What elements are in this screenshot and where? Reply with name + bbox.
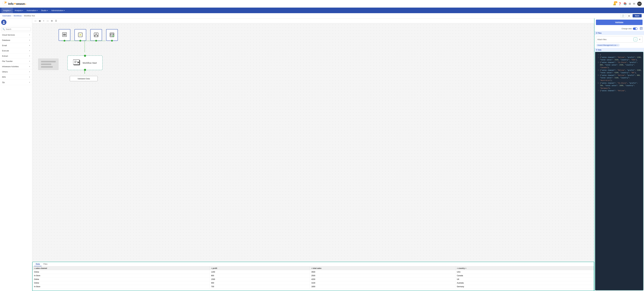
toolbar-dash-btn[interactable]: — — [46, 19, 50, 22]
svg-point-22 — [112, 35, 114, 37]
change-view-row: Change view — [594, 26, 644, 31]
sidebar-item-infoweave-activities[interactable]: Infoweave Activities ▾ — [0, 64, 32, 69]
sidebar-item-rpa[interactable]: RPA ▾ — [0, 74, 32, 80]
data-section-header[interactable]: ℹ Data — [594, 48, 644, 52]
restore-icon-btn[interactable]: ⏮ — [627, 14, 632, 17]
logo: i Info✦weave® — [2, 0, 26, 7]
data-table: ≡ sales channel ≡ profit ≡ total sales ≡… — [32, 267, 594, 289]
table-cell: Online — [32, 281, 210, 285]
validate-button[interactable]: Validate — [596, 20, 642, 25]
nav-administration[interactable]: Administration ▾ — [50, 7, 66, 13]
table-cell: Canada — [455, 274, 594, 278]
table-row: Online12003500USA — [32, 270, 594, 274]
nav-analysis[interactable]: Analysis ▾ — [13, 7, 25, 13]
search-input[interactable] — [6, 28, 30, 30]
history-icon-btn[interactable]: 🕐 — [620, 14, 626, 17]
breadcrumb-workflows[interactable]: Workflows — [14, 15, 22, 17]
avatar[interactable]: OA — [637, 1, 642, 6]
workflow-start-node[interactable]: Workflow Start — [68, 55, 102, 70]
bottom-tabs: Data Files — [32, 262, 594, 267]
node1-icon — [62, 32, 67, 38]
check-list-icon[interactable] — [640, 27, 642, 30]
toolbar-grid-btn[interactable]: ▦ — [38, 19, 42, 22]
workflow-start-label: Workflow Start — [82, 62, 97, 64]
nav-studio[interactable]: Studio ▾ — [39, 7, 50, 13]
logo-text: Info✦weave® — [8, 2, 26, 5]
col-header-sales-channel[interactable]: ≡ sales channel — [32, 267, 210, 270]
bottom-panel: Data Files ≡ sales channel ≡ profit ≡ to… — [32, 262, 594, 291]
table-cell: In-Store — [32, 285, 210, 289]
chevron-down-icon: ▾ — [29, 55, 30, 57]
toolbar-merge-btn[interactable]: ⊞ — [50, 19, 54, 22]
wf-start-dot-top — [84, 55, 86, 57]
table-cell: 3100 — [310, 281, 455, 285]
chevron-down-icon: ▾ — [29, 76, 30, 78]
file-remove-icon[interactable]: ✕ — [617, 44, 618, 46]
attach-files-label: Attach files — [597, 38, 607, 40]
table-row: In-Store7001800Germany — [32, 285, 594, 289]
upload-button[interactable]: ↑ — [634, 37, 637, 41]
tab-files[interactable]: Files — [42, 262, 49, 266]
svg-point-17 — [97, 35, 98, 36]
table-cell: 2500 — [310, 274, 455, 278]
toolbar-plus-btn[interactable]: + — [42, 19, 45, 22]
col-header-total-sales[interactable]: ≡ total sales — [310, 267, 455, 270]
json-line: 2 {"sales channel": "Online", "profit": … — [597, 56, 642, 61]
breadcrumb-current: Workflow Test — [24, 15, 35, 17]
notification-icon[interactable]: 🔔 544 — [613, 2, 616, 5]
sidebar-item-email[interactable]: Email ▾ — [0, 43, 32, 48]
canvas-toolbar: — ▦ + — ⊞ ☰ — [32, 18, 594, 23]
attach-close-button[interactable]: ✕ — [638, 38, 641, 41]
workflow-node-2[interactable] — [74, 29, 86, 41]
library-icon[interactable]: 📚 — [624, 2, 627, 5]
breadcrumb-automation[interactable]: Automation — [2, 15, 11, 17]
sidebar-item-file-transfer[interactable]: File Transfer ▾ — [0, 59, 32, 64]
search-box[interactable]: 🔍 — [1, 27, 31, 31]
sidebar-item-database[interactable]: Database ▾ — [0, 38, 32, 43]
file-tag: Assest Management.csv ✕ — [596, 44, 620, 47]
node2-icon — [78, 32, 83, 38]
file-name: Assest Management.csv — [598, 44, 616, 46]
col-header-country[interactable]: ≡ country ≡ — [455, 267, 594, 270]
workflow-node-4[interactable] — [106, 29, 118, 41]
analysis-arrow-icon: ▾ — [22, 10, 23, 11]
info-icon: ℹ — [596, 32, 597, 34]
nav-automation[interactable]: Automation ▾ — [25, 7, 39, 13]
json-editor[interactable]: 1[2 {"sales channel": "Online", "profit"… — [595, 52, 644, 291]
tab-data[interactable]: Data — [34, 262, 42, 266]
col-header-profit[interactable]: ≡ profit — [210, 267, 310, 270]
workflow-node-3[interactable] — [90, 29, 102, 41]
table-row: Online15004200UK — [32, 278, 594, 281]
help-icon[interactable]: ❓ — [618, 2, 622, 5]
files-section: Attach files ↑ ✕ Assest Management.csv ✕ — [594, 35, 644, 48]
mail-icon[interactable]: ✉ — [633, 2, 635, 5]
toolbar-list-btn[interactable]: ☰ — [54, 19, 58, 22]
json-line: 4 {"sales channel": "Online", "profit": … — [597, 69, 642, 74]
data-table-container: ≡ sales channel ≡ profit ≡ total sales ≡… — [32, 267, 594, 289]
sidebar-avatar — [1, 20, 6, 25]
main-layout: 🔍 Cloud Services ▾ Database ▾ Email ▾ Ex… — [0, 18, 644, 291]
breadcrumb-path: Automation › Workflows › Workflow Test — [2, 15, 35, 17]
change-view-toggle[interactable] — [633, 27, 638, 30]
workflow-node-1[interactable] — [59, 29, 70, 41]
nav-insights[interactable]: Insights ▾ — [2, 7, 13, 13]
sidebar-item-extract[interactable]: Extract ▾ — [0, 53, 32, 59]
save-button[interactable]: Save — [632, 14, 642, 17]
validated-data-node[interactable]: Validated Data — [70, 76, 98, 81]
sidebar-item-cloud-services[interactable]: Cloud Services ▾ — [0, 32, 32, 38]
search-icon: 🔍 — [2, 28, 5, 30]
node4-connector — [111, 40, 113, 41]
chevron-down-icon: ▾ — [29, 71, 30, 73]
table-cell: 900 — [210, 281, 310, 285]
sidebar-item-execute[interactable]: Execute ▾ — [0, 48, 32, 53]
chevron-down-icon: ▾ — [29, 50, 30, 52]
table-cell: Online — [32, 278, 210, 281]
files-section-header[interactable]: ℹ Files — [594, 31, 644, 35]
table-cell: 1500 — [210, 278, 310, 281]
change-view-label: Change view — [622, 28, 632, 30]
file-list: Assest Management.csv ✕ — [596, 44, 642, 47]
toolbar-minus-btn[interactable]: — — [34, 19, 37, 22]
sidebar-item-zip[interactable]: Zip ▾ — [0, 80, 32, 85]
grid-icon[interactable]: ⊞ — [629, 2, 631, 5]
sidebar-item-others[interactable]: Others ▾ — [0, 69, 32, 74]
